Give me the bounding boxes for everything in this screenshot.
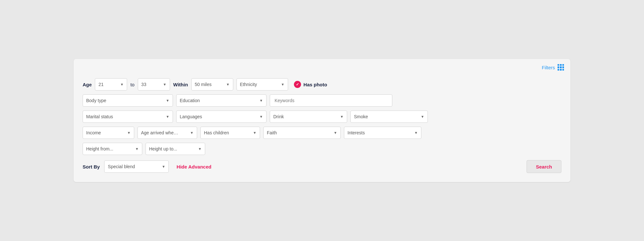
height-to-value: Height up to... — [149, 146, 196, 151]
income-select[interactable]: Income ▼ — [83, 127, 134, 139]
row-income: Income ▼ Age arrived whe… ▼ Has children… — [83, 127, 561, 139]
smoke-select[interactable]: Smoke ▼ — [350, 111, 428, 123]
interests-value: Interests — [347, 130, 412, 135]
interests-chevron-icon: ▼ — [414, 131, 418, 135]
has-children-chevron-icon: ▼ — [253, 131, 257, 135]
ethnicity-select[interactable]: Ethnicity ▼ — [236, 78, 288, 91]
to-label: to — [130, 82, 135, 87]
smoke-value: Smoke — [354, 114, 418, 119]
special-blend-select[interactable]: Special blend ▼ — [104, 160, 169, 173]
within-chevron-icon: ▼ — [226, 82, 230, 86]
has-photo-label: Has photo — [304, 82, 327, 87]
row-height: Height from... ▼ Height up to... ▼ — [83, 143, 561, 155]
row-age: Age 21 ▼ to 33 ▼ Within 50 miles ▼ Ethni… — [83, 78, 561, 91]
age-arrived-value: Age arrived whe… — [141, 130, 187, 135]
drink-select[interactable]: Drink ▼ — [270, 111, 347, 123]
age-arrived-select[interactable]: Age arrived whe… ▼ — [137, 127, 197, 139]
age-to-select[interactable]: 33 ▼ — [138, 78, 170, 91]
has-photo-wrap[interactable]: ✓ Has photo — [294, 81, 327, 88]
body-type-value: Body type — [86, 98, 163, 103]
filter-panel: Filters Age 21 ▼ to 33 ▼ Within 50 miles… — [74, 59, 570, 182]
within-label: Within — [173, 82, 188, 87]
height-to-chevron-icon: ▼ — [198, 147, 202, 151]
age-from-value: 21 — [98, 82, 117, 87]
within-value: 50 miles — [195, 82, 224, 87]
income-value: Income — [86, 130, 125, 135]
education-chevron-icon: ▼ — [259, 99, 263, 102]
languages-value: Languages — [180, 114, 257, 119]
income-chevron-icon: ▼ — [127, 131, 131, 135]
search-button[interactable]: Search — [527, 160, 561, 173]
faith-select[interactable]: Faith ▼ — [263, 127, 341, 139]
drink-value: Drink — [273, 114, 337, 119]
marital-status-value: Marital status — [86, 114, 163, 119]
faith-chevron-icon: ▼ — [334, 131, 337, 135]
age-arrived-chevron-icon: ▼ — [190, 131, 194, 135]
sort-row: Sort By Special blend ▼ Hide Advanced Se… — [83, 160, 561, 173]
marital-chevron-icon: ▼ — [166, 115, 169, 119]
keywords-input[interactable] — [270, 94, 392, 107]
filters-label[interactable]: Filters — [542, 65, 555, 70]
languages-chevron-icon: ▼ — [259, 115, 263, 119]
age-from-select[interactable]: 21 ▼ — [95, 78, 127, 91]
age-to-chevron-icon: ▼ — [163, 82, 166, 86]
sort-by-label: Sort By — [83, 164, 100, 169]
row-marital: Marital status ▼ Languages ▼ Drink ▼ Smo… — [83, 111, 561, 123]
marital-status-select[interactable]: Marital status ▼ — [83, 111, 173, 123]
within-select[interactable]: 50 miles ▼ — [191, 78, 233, 91]
education-value: Education — [180, 98, 257, 103]
has-children-value: Has children — [204, 130, 250, 135]
has-photo-checkmark-icon: ✓ — [294, 81, 301, 88]
drink-chevron-icon: ▼ — [340, 115, 344, 119]
age-from-chevron-icon: ▼ — [120, 82, 124, 86]
special-blend-chevron-icon: ▼ — [162, 165, 165, 169]
special-blend-value: Special blend — [108, 164, 159, 169]
age-to-value: 33 — [141, 82, 160, 87]
interests-select[interactable]: Interests ▼ — [344, 127, 421, 139]
languages-select[interactable]: Languages ▼ — [176, 111, 267, 123]
ethnicity-chevron-icon: ▼ — [281, 82, 285, 86]
filters-grid-icon[interactable] — [558, 64, 564, 71]
height-from-select[interactable]: Height from... ▼ — [83, 143, 142, 155]
age-label: Age — [83, 82, 92, 87]
ethnicity-value: Ethnicity — [240, 82, 278, 87]
height-to-select[interactable]: Height up to... ▼ — [146, 143, 205, 155]
has-children-select[interactable]: Has children ▼ — [200, 127, 260, 139]
height-from-value: Height from... — [86, 146, 133, 151]
row-body-type: Body type ▼ Education ▼ — [83, 94, 561, 107]
filters-header: Filters — [542, 64, 564, 71]
hide-advanced-button[interactable]: Hide Advanced — [176, 164, 211, 169]
smoke-chevron-icon: ▼ — [421, 115, 424, 119]
body-type-chevron-icon: ▼ — [166, 99, 169, 102]
education-select[interactable]: Education ▼ — [176, 94, 267, 107]
body-type-select[interactable]: Body type ▼ — [83, 94, 173, 107]
height-from-chevron-icon: ▼ — [135, 147, 139, 151]
faith-value: Faith — [267, 130, 331, 135]
